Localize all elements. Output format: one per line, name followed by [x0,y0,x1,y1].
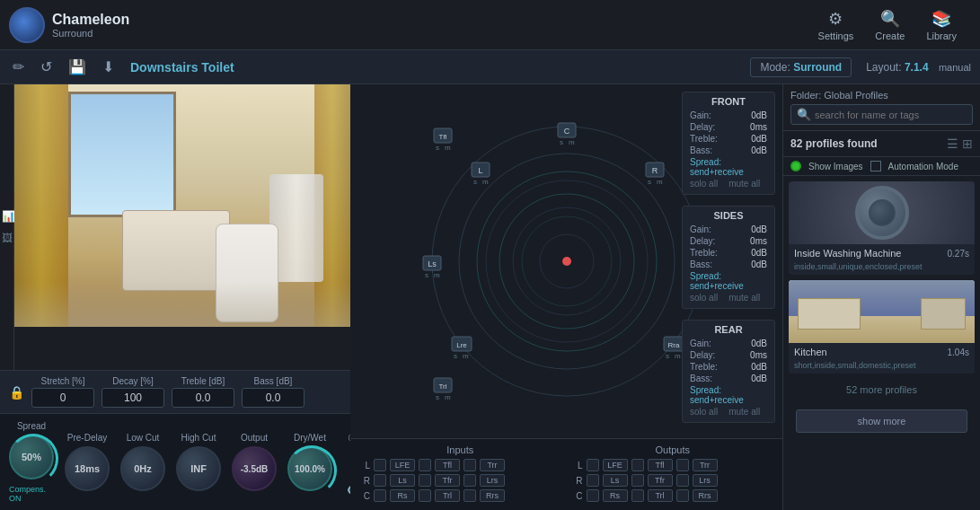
output-c-trl[interactable] [631,489,644,502]
nav-settings[interactable]: ⚙ Settings [818,9,854,41]
bass-value[interactable]: 0.0 [242,388,305,408]
nav-library[interactable]: 📚 Library [926,9,957,41]
output-r-label: R [570,476,583,486]
profile-name-kitchen: Kitchen [794,347,827,357]
output-value: -3.5dB [241,464,269,474]
show-images-label: Show Images [808,162,863,171]
sides-title: SIDES [690,210,767,221]
input-c-rrs[interactable] [464,489,476,502]
profiles-list: Inside Washing Machine 0.27s inside,smal… [783,176,980,510]
spread-knob[interactable]: 50% [9,435,54,479]
show-more-button[interactable]: show more [796,409,967,433]
output-l-trr[interactable] [676,459,689,471]
output-label: Output [241,433,268,443]
profile-card-washing[interactable]: Inside Washing Machine 0.27s inside,smal… [789,181,975,275]
highcut-knob[interactable]: INF [176,446,221,491]
profile-card-kitchen[interactable]: Kitchen 1.04s short,inside,small,domesti… [789,280,975,374]
list-view-icon[interactable]: ☰ [947,136,958,151]
save-icon[interactable]: 💾 [65,57,90,77]
input-l-trr-box: Trr [480,459,505,471]
chart-icon[interactable]: 📊 [2,210,12,223]
inputs-row-r: R Ls Tfr Lrs [358,474,563,487]
drywet-label: Dry/Wet [294,433,326,443]
input-l-check[interactable] [374,459,386,471]
decay-label: Decay [%] [112,376,154,386]
front-gain-value: 0dB [736,110,767,120]
output-r-check[interactable] [587,474,599,487]
image-icon[interactable]: 🖼 [2,232,12,244]
input-c-trl-box: Trl [435,489,460,502]
output-r-tfr[interactable] [631,474,644,487]
treble-label: Treble [dB] [181,376,225,386]
left-panel: 📊 🖼 [0,84,350,510]
output-c-rrs[interactable] [676,489,689,502]
profiles-count: 82 profiles found [790,137,878,150]
stretch-value[interactable]: 0 [31,388,94,408]
rear-bass-value: 0dB [736,374,767,383]
project-name[interactable]: Downstairs Toilet [130,60,234,75]
manual-label: manual [939,62,971,73]
profile-info-kitchen: Kitchen 1.04s [789,343,975,361]
input-c-trl[interactable] [419,489,431,502]
nav-create[interactable]: 🔍 Create [875,9,905,41]
lock-icon[interactable]: 🔒 [9,385,24,400]
svg-text:s: s [473,178,477,186]
front-solo-btn[interactable]: solo all [690,179,718,189]
output-r-tfr-box: Tfr [648,474,673,487]
front-title: FRONT [690,96,767,107]
front-treble-value: 0dB [736,134,767,144]
input-r-check[interactable] [374,474,386,487]
front-section: FRONT Gain: 0dB Delay: 0ms Treble: [682,92,775,195]
front-bass-label: Bass: [690,145,728,155]
highcut-label: High Cut [181,433,216,443]
edit-icon[interactable]: ✏ [9,57,28,77]
refresh-icon[interactable]: ↺ [37,57,56,77]
show-images-radio[interactable] [790,161,801,171]
input-r-label: R [358,476,370,486]
svg-text:s: s [425,271,428,279]
output-c-check[interactable] [587,489,599,502]
lowcut-value: 0Hz [134,463,152,474]
treble-value[interactable]: 0.0 [172,388,234,408]
outputs-row-l: L LFE Tfl Trr [570,459,776,471]
input-l-trr[interactable] [464,459,476,471]
svg-text:m: m [434,271,440,279]
grid-view-icon[interactable]: ⊞ [962,136,973,151]
drywet-knob[interactable]: 100.0% [287,446,332,491]
rear-mute-btn[interactable]: mute all [728,407,760,417]
front-mute-btn[interactable]: mute all [728,179,760,189]
rear-solo-btn[interactable]: solo all [690,407,718,417]
rear-bass-row: Bass: 0dB [690,374,767,383]
input-c-check[interactable] [374,489,386,502]
output-r-lrs[interactable] [676,474,689,487]
app-title: Chameleon [52,12,129,28]
rear-title: REAR [690,324,767,335]
profile-thumb-washing [789,181,975,244]
sides-spread-value: Spread: send+receive [690,271,767,291]
sides-solo-btn[interactable]: solo all [690,293,718,303]
search-input[interactable] [815,110,967,120]
input-l-tfl[interactable] [419,459,431,471]
lowcut-knob[interactable]: 0Hz [120,446,165,491]
sides-bass-row: Bass: 0dB [690,259,767,269]
nav-library-label: Library [926,31,957,41]
download-icon[interactable]: ⬇ [99,57,118,77]
rear-delay-value: 0ms [736,350,767,360]
sides-treble-label: Treble: [690,248,728,258]
output-knob[interactable]: -3.5dB [232,446,277,491]
automation-mode-checkbox[interactable] [870,161,881,171]
spread-label: Spread [17,421,46,431]
input-r-tfr[interactable] [419,474,431,487]
front-delay-value: 0ms [736,122,767,132]
sides-mute-btn[interactable]: mute all [728,293,760,303]
outputs-row-r: R Ls Tfr Lrs [570,474,776,487]
output-l-check[interactable] [587,459,599,471]
output-r-lrs-box: Lrs [693,474,718,487]
svg-text:m: m [569,138,575,146]
output-l-tfl[interactable] [631,459,644,471]
room-image [14,84,350,327]
predelay-knob[interactable]: 18ms [65,446,110,491]
input-r-lrs[interactable] [464,474,476,487]
decay-value[interactable]: 100 [102,388,164,408]
input-c-label: C [358,491,370,501]
